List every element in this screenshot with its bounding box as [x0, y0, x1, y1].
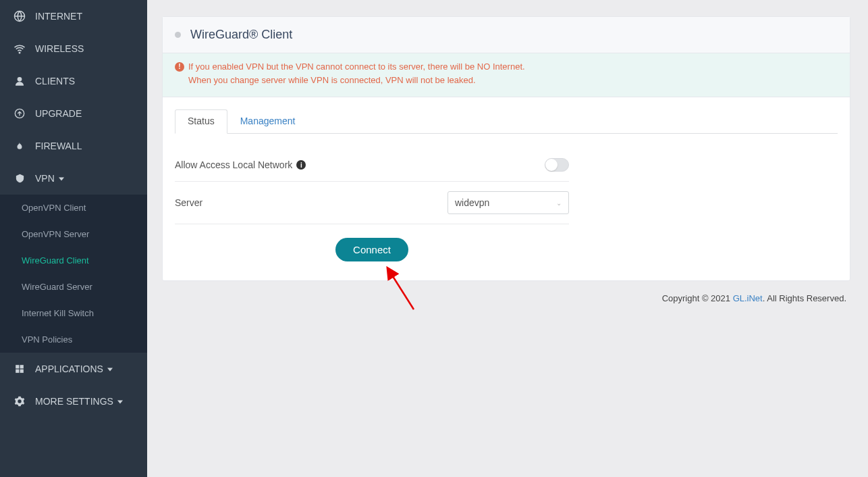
- gear-icon: [13, 395, 26, 407]
- info-icon[interactable]: i: [296, 160, 306, 170]
- svg-rect-5: [20, 365, 24, 368]
- server-label: Server: [175, 197, 202, 208]
- alert-text-1: If you enabled VPN but the VPN cannot co…: [188, 60, 525, 74]
- nav-label: MORE SETTINGS: [35, 396, 113, 407]
- nav-firewall[interactable]: FIREWALL: [0, 130, 147, 162]
- nav-wireless[interactable]: WIRELESS: [0, 32, 147, 65]
- tab-management[interactable]: Management: [227, 109, 308, 134]
- nav-label: UPGRADE: [35, 108, 82, 119]
- caret-down-icon: [107, 363, 113, 374]
- svg-rect-7: [20, 370, 24, 373]
- allow-local-toggle[interactable]: [545, 158, 569, 172]
- copyright-prefix: Copyright © 2021: [662, 293, 733, 303]
- svg-rect-6: [16, 370, 19, 373]
- alert-text-2: When you change server while VPN is conn…: [175, 74, 838, 87]
- user-icon: [13, 75, 26, 87]
- copyright-suffix: . All Rights Reserved.: [763, 293, 846, 303]
- shield-icon: [13, 172, 26, 184]
- connect-button[interactable]: Connect: [335, 238, 408, 261]
- status-dot-icon: [175, 32, 181, 38]
- upload-icon: [13, 107, 26, 120]
- globe-icon: [13, 10, 26, 22]
- nav-label: VPN: [35, 173, 55, 184]
- tab-status[interactable]: Status: [175, 109, 227, 134]
- wifi-icon: [13, 43, 26, 55]
- caret-down-icon: [117, 396, 123, 407]
- tab-bar: Status Management: [175, 109, 838, 134]
- nav-label: CLIENTS: [35, 76, 75, 86]
- caret-down-icon: [59, 173, 64, 184]
- status-form: Allow Access Local Network i Server wide…: [175, 149, 569, 268]
- svg-point-1: [19, 52, 20, 53]
- nav-vpn[interactable]: VPN: [0, 162, 147, 195]
- main-content: WireGuard® Client ! If you enabled VPN b…: [147, 0, 868, 477]
- warning-alert: ! If you enabled VPN but the VPN cannot …: [163, 53, 850, 97]
- nav-upgrade[interactable]: UPGRADE: [0, 97, 147, 130]
- wireguard-panel: WireGuard® Client ! If you enabled VPN b…: [162, 16, 850, 281]
- footer-link[interactable]: GL.iNet: [733, 293, 763, 303]
- nav-internet[interactable]: INTERNET: [0, 0, 147, 32]
- vpn-submenu: OpenVPN Client OpenVPN Server WireGuard …: [0, 195, 147, 353]
- panel-header: WireGuard® Client: [163, 17, 850, 53]
- warning-icon: !: [175, 62, 184, 72]
- sidebar: INTERNET WIRELESS CLIENTS UPGRADE FIREWA…: [0, 0, 147, 477]
- svg-rect-4: [16, 365, 19, 368]
- sub-wireguard-server[interactable]: WireGuard Server: [0, 274, 147, 300]
- nav-label: FIREWALL: [35, 141, 82, 151]
- nav-more-settings[interactable]: MORE SETTINGS: [0, 385, 147, 418]
- panel-body: Status Management Allow Access Local Net…: [163, 97, 850, 280]
- nav-label: WIRELESS: [35, 43, 84, 54]
- server-row: Server widevpn ⌄: [175, 182, 569, 224]
- server-value: widevpn: [455, 197, 489, 208]
- allow-local-label: Allow Access Local Network: [175, 159, 292, 170]
- nav-applications[interactable]: APPLICATIONS: [0, 353, 147, 385]
- allow-local-row: Allow Access Local Network i: [175, 149, 569, 182]
- sub-wireguard-client[interactable]: WireGuard Client: [0, 247, 147, 274]
- nav-label: INTERNET: [35, 11, 82, 22]
- server-select[interactable]: widevpn ⌄: [447, 191, 569, 214]
- sub-vpn-policies[interactable]: VPN Policies: [0, 326, 147, 353]
- nav-clients[interactable]: CLIENTS: [0, 65, 147, 97]
- sub-openvpn-client[interactable]: OpenVPN Client: [0, 195, 147, 221]
- grid-icon: [13, 363, 26, 375]
- nav-label: APPLICATIONS: [35, 363, 103, 374]
- sub-openvpn-server[interactable]: OpenVPN Server: [0, 221, 147, 247]
- svg-point-2: [18, 77, 22, 82]
- flame-icon: [13, 140, 26, 152]
- chevron-down-icon: ⌄: [556, 199, 562, 207]
- sub-internet-kill-switch[interactable]: Internet Kill Switch: [0, 300, 147, 326]
- footer: Copyright © 2021 GL.iNet. All Rights Res…: [162, 281, 850, 316]
- toggle-knob: [545, 159, 558, 171]
- page-title: WireGuard® Client: [190, 28, 292, 42]
